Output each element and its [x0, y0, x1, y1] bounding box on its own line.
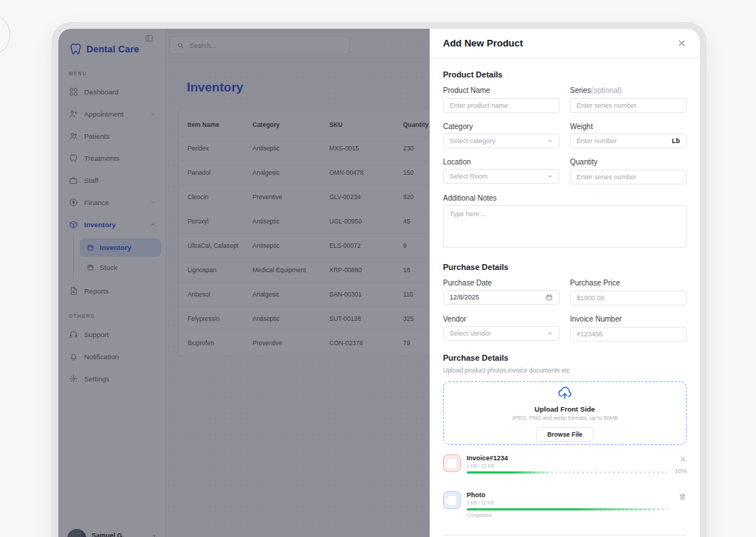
weight-unit: Lb	[672, 137, 680, 145]
file-name: Invoice#1234	[467, 454, 667, 462]
upload-progress-bar	[467, 508, 667, 510]
file-status	[467, 476, 667, 482]
app-window: Dental Care MENU Dashboard Appointment P…	[52, 22, 707, 537]
trash-icon	[678, 493, 687, 501]
purchase-details-heading: Purchase Details	[443, 263, 687, 271]
chevron-down-icon	[547, 330, 553, 336]
file-type-icon: PDF	[443, 454, 461, 472]
upload-dropzone[interactable]: Upload Front Side JPEG, PNG and webp for…	[443, 381, 687, 445]
purchase-price-label: Purchase Price	[570, 279, 687, 287]
file-size: 1 KB / 12 KB	[467, 500, 667, 505]
product-details-heading: Product Details	[443, 70, 687, 79]
purchase-date-field[interactable]: 12/8/2025	[443, 290, 560, 305]
invoice-number-label: Invoice Number	[570, 315, 687, 323]
browse-file-button[interactable]: Browse File	[536, 427, 594, 442]
add-product-drawer: Add New Product Product Details Product …	[430, 29, 700, 537]
weight-label: Weight	[570, 122, 687, 131]
upload-formats: JPEG, PNG and webp formats, up to 50MB	[512, 415, 618, 421]
upload-title: Upload Front Side	[535, 405, 595, 413]
file-name: Photo	[467, 491, 667, 499]
invoice-number-input[interactable]	[570, 327, 687, 342]
purchase-date-value: 12/8/2025	[450, 294, 541, 301]
notes-label: Additional Notes	[443, 194, 687, 202]
series-input[interactable]	[570, 98, 687, 113]
weight-input[interactable]	[577, 134, 667, 148]
upload-section-subtext: Upload product photos,invoice documents …	[443, 367, 687, 374]
purchase-price-input[interactable]	[570, 291, 687, 305]
close-icon	[677, 38, 687, 48]
file-upload-item: PNG Photo 1 KB / 12 KB Completed	[443, 491, 687, 519]
uploaded-files-list: PDF Invoice#1234 1 KB / 12 KB	[443, 454, 687, 519]
chevron-down-icon	[547, 173, 553, 179]
vendor-label: Vendor	[443, 315, 560, 323]
upload-section-heading: Purchase Details	[443, 353, 687, 362]
upload-progress-bar	[467, 471, 667, 474]
file-status: Completed	[467, 513, 667, 519]
product-name-input[interactable]	[443, 98, 560, 113]
category-label: Category	[443, 122, 560, 131]
cancel-upload-button[interactable]	[679, 456, 687, 463]
quantity-label: Quantity	[570, 158, 687, 166]
purchase-date-label: Purchase Date	[443, 279, 560, 287]
delete-file-button[interactable]	[678, 493, 687, 501]
upload-percent: 10%	[675, 468, 687, 474]
location-label: Location	[443, 158, 560, 166]
close-icon	[679, 456, 687, 463]
file-size: 1 KB / 12 KB	[467, 463, 667, 468]
decorative-arc	[0, 13, 10, 56]
file-type-icon: PNG	[443, 491, 461, 509]
location-select[interactable]: Select Room	[443, 169, 560, 184]
product-name-label: Product Name	[443, 86, 560, 94]
category-select[interactable]: Select category	[443, 134, 560, 148]
drawer-title: Add New Product	[443, 38, 523, 49]
cloud-upload-icon	[557, 385, 573, 401]
notes-textarea[interactable]	[443, 205, 687, 248]
calendar-icon	[546, 294, 553, 301]
series-label: Series(optional)	[570, 86, 687, 94]
weight-field[interactable]: Lb	[570, 134, 687, 148]
quantity-input[interactable]	[570, 170, 687, 184]
chevron-down-icon	[547, 138, 553, 144]
close-button[interactable]	[677, 38, 687, 48]
vendor-select[interactable]: Select Vendor	[443, 326, 560, 341]
file-upload-item: PDF Invoice#1234 1 KB / 12 KB	[443, 454, 687, 482]
